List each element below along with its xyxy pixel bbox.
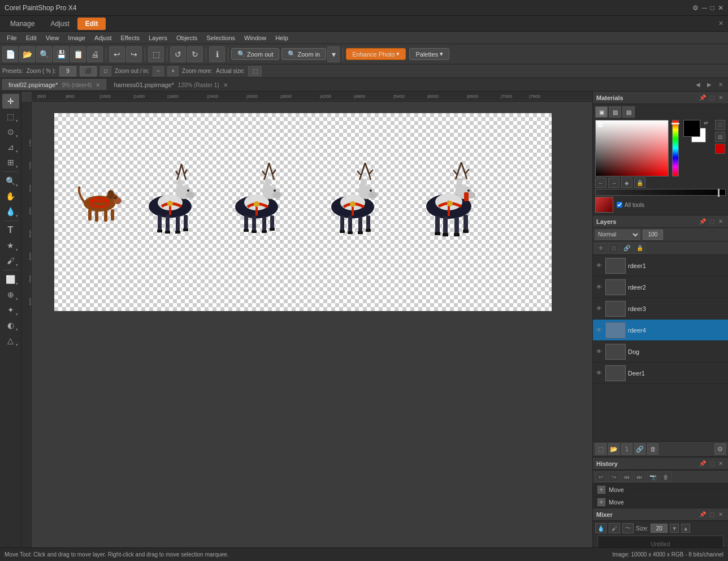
zoom-dropdown-btn[interactable]: ▾ bbox=[327, 46, 340, 62]
crop-tool[interactable]: ⊞▾ bbox=[2, 155, 19, 170]
layer-row-rdeer4[interactable]: 👁 rdeer4 bbox=[593, 320, 728, 341]
mixer-tool-dropper[interactable]: 💧 bbox=[595, 523, 606, 533]
star-tool[interactable]: ★▾ bbox=[2, 238, 19, 253]
layer-eye-deer1[interactable]: 👁 bbox=[595, 369, 603, 377]
selection-btn[interactable]: ⬚ bbox=[148, 46, 164, 62]
straighten-tool[interactable]: ⊿▾ bbox=[2, 140, 19, 154]
hist-clear-btn[interactable]: 🗑 bbox=[660, 472, 671, 482]
layers-float-btn[interactable]: ⬚ bbox=[708, 218, 716, 226]
actual-size-btn[interactable]: ⬚ bbox=[248, 66, 262, 76]
mat-lock-icon[interactable]: 🔒 bbox=[634, 178, 645, 188]
layers-tool-move[interactable]: ✛ bbox=[595, 243, 606, 253]
mixer-close-btn[interactable]: ✕ bbox=[717, 511, 725, 519]
eraser-tool[interactable]: ⬜▾ bbox=[2, 272, 19, 287]
mat-tab-pattern[interactable]: ▤ bbox=[622, 106, 635, 118]
history-pin-btn[interactable]: 📌 bbox=[699, 460, 707, 468]
rotate-cw-btn[interactable]: ↻ bbox=[187, 46, 203, 62]
mat-opacity-icon[interactable]: ◈ bbox=[621, 178, 632, 188]
menu-file[interactable]: File bbox=[2, 33, 21, 42]
menu-view[interactable]: View bbox=[41, 33, 64, 42]
zoom-out-btn[interactable]: 🔍 Zoom out bbox=[231, 48, 279, 60]
text-tool[interactable]: T bbox=[2, 223, 19, 238]
layers-merge-btn[interactable]: ⤵ bbox=[621, 443, 632, 455]
layer-row-rdeer3[interactable]: 👁 rdeer3 bbox=[593, 298, 728, 320]
settings-icon[interactable]: ⚙ bbox=[692, 4, 699, 12]
move-tool[interactable]: ✛ bbox=[2, 94, 19, 109]
layers-tool-new[interactable]: □ bbox=[608, 243, 619, 253]
menu-image[interactable]: Image bbox=[63, 33, 90, 42]
layer-row-rdeer1[interactable]: 👁 rdeer1 bbox=[593, 255, 728, 277]
nav-item-edit[interactable]: Edit bbox=[77, 18, 106, 30]
hist-redo-all-btn[interactable]: ⏭ bbox=[634, 472, 645, 482]
dropper-tool[interactable]: 💧▾ bbox=[2, 204, 19, 219]
nav-close-icon[interactable]: ✕ bbox=[716, 20, 726, 27]
nav-item-adjust[interactable]: Adjust bbox=[42, 18, 77, 30]
save-as-btn[interactable]: 📋 bbox=[70, 46, 86, 62]
hist-snapshot-btn[interactable]: 📷 bbox=[647, 472, 658, 482]
materials-close-btn[interactable]: ✕ bbox=[717, 94, 725, 102]
nav-item-manage[interactable]: Manage bbox=[2, 18, 42, 30]
zoom-in-small-btn[interactable]: + bbox=[167, 66, 179, 76]
blend-mode-select[interactable]: Normal bbox=[595, 230, 640, 240]
tab-close-0[interactable]: ✕ bbox=[96, 82, 100, 88]
menu-adjust[interactable]: Adjust bbox=[90, 33, 116, 42]
zoom-in-btn[interactable]: 🔍 Zoom in bbox=[281, 48, 326, 60]
mat-arrow-left[interactable]: ← bbox=[595, 178, 606, 188]
hue-bar[interactable] bbox=[672, 120, 679, 176]
paint-tool[interactable]: 🖌▾ bbox=[2, 253, 19, 268]
zoom-swatch-btn[interactable]: ⬛ bbox=[80, 66, 97, 76]
tab-close-1[interactable]: ✕ bbox=[223, 82, 228, 88]
tab-nav-prev[interactable]: ◀ bbox=[693, 80, 703, 90]
layer-eye-rdeer2[interactable]: 👁 bbox=[595, 283, 603, 291]
materials-pin-btn[interactable]: 📌 bbox=[699, 94, 707, 102]
layers-tool-lock[interactable]: 🔒 bbox=[634, 243, 645, 253]
tab-final02[interactable]: final02.pspimage* 9% (rdeer4) ✕ bbox=[2, 79, 106, 90]
layers-close-btn[interactable]: ✕ bbox=[717, 218, 725, 226]
hist-undo-btn[interactable]: ↩ bbox=[595, 472, 606, 482]
layer-eye-rdeer3[interactable]: 👁 bbox=[595, 305, 603, 313]
mat-arrow-right[interactable]: → bbox=[608, 178, 619, 188]
clone-tool[interactable]: ⊕▾ bbox=[2, 287, 19, 302]
print-btn[interactable]: 🖨 bbox=[87, 46, 103, 62]
redo-btn[interactable]: ↪ bbox=[126, 46, 142, 62]
mat-transparent-btn[interactable]: □ bbox=[715, 120, 725, 130]
maximize-btn[interactable]: □ bbox=[710, 4, 714, 12]
zoom-large-btn[interactable]: □ bbox=[100, 66, 111, 76]
enhance-photo-btn[interactable]: Enhance Photo ▾ bbox=[346, 48, 406, 60]
pan-tool[interactable]: ✋ bbox=[2, 189, 19, 204]
open-btn[interactable]: 📂 bbox=[19, 46, 35, 62]
layers-tool-link[interactable]: 🔗 bbox=[621, 243, 632, 253]
mat-preview[interactable] bbox=[595, 197, 613, 213]
rotate-ccw-btn[interactable]: ↺ bbox=[170, 46, 186, 62]
opacity-input[interactable] bbox=[643, 230, 663, 240]
mixer-size-up[interactable]: ▲ bbox=[681, 524, 690, 533]
select-tool[interactable]: ⬚▾ bbox=[2, 109, 19, 124]
mixer-pin-btn[interactable]: 📌 bbox=[699, 511, 707, 519]
layer-eye-rdeer1[interactable]: 👁 bbox=[595, 262, 603, 270]
tab-harness01[interactable]: harness01.pspimage* 120% (Raster 1) ✕ bbox=[107, 79, 233, 90]
undo-btn[interactable]: ↩ bbox=[109, 46, 125, 62]
dodge-tool[interactable]: ◐▾ bbox=[2, 318, 19, 333]
zoom-tool[interactable]: 🔍▾ bbox=[2, 174, 19, 188]
mat-gradient-btn[interactable]: ▨ bbox=[715, 132, 725, 142]
history-close-btn[interactable]: ✕ bbox=[717, 460, 725, 468]
sharpen-tool[interactable]: △▾ bbox=[2, 333, 19, 348]
hist-redo-btn[interactable]: ↪ bbox=[608, 472, 619, 482]
color-gradient-picker[interactable] bbox=[595, 120, 669, 176]
history-item-1[interactable]: ✛ Move bbox=[593, 496, 728, 508]
mixer-size-down[interactable]: ▼ bbox=[670, 524, 679, 533]
mixer-tool-smear[interactable]: 〜 bbox=[622, 523, 634, 533]
zoom-input[interactable] bbox=[59, 66, 76, 76]
layers-link-btn[interactable]: 🔗 bbox=[634, 443, 645, 455]
layers-settings-btn[interactable]: ⚙ bbox=[714, 443, 726, 455]
mat-tab-solid[interactable]: ▣ bbox=[595, 106, 608, 118]
mat-tab-gradient[interactable]: ▨ bbox=[609, 106, 621, 118]
layer-eye-dog[interactable]: 👁 bbox=[595, 348, 603, 356]
lasso-tool[interactable]: ⊙▾ bbox=[2, 124, 19, 139]
browse-btn[interactable]: 🔍 bbox=[36, 46, 52, 62]
close-btn[interactable]: ✕ bbox=[718, 4, 723, 12]
zoom-out-small-btn[interactable]: − bbox=[153, 66, 164, 76]
new-btn[interactable]: 📄 bbox=[2, 46, 18, 62]
layers-open-btn[interactable]: 📂 bbox=[608, 443, 619, 455]
all-tools-checkbox[interactable] bbox=[617, 202, 622, 208]
